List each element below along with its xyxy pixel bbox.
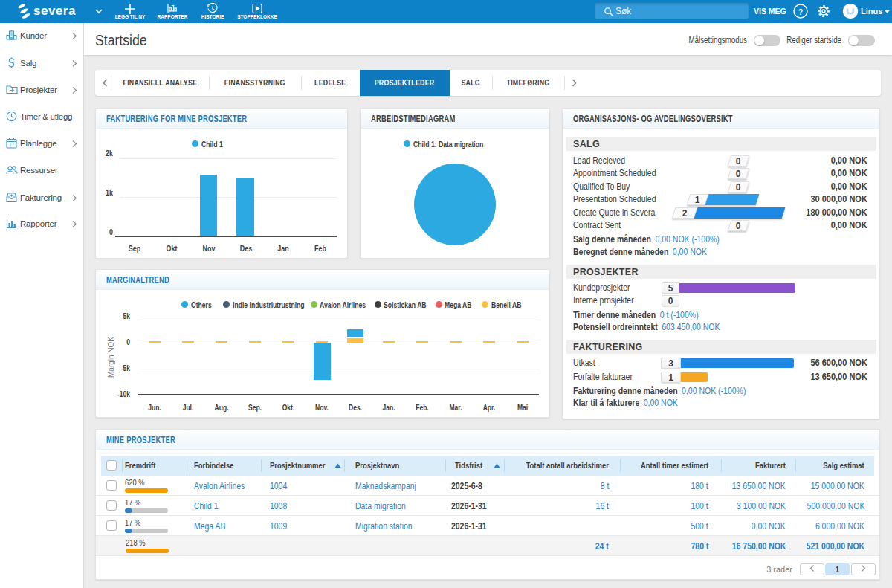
- svg-text:17: 17: [9, 142, 15, 147]
- svg-text:?: ?: [798, 8, 803, 16]
